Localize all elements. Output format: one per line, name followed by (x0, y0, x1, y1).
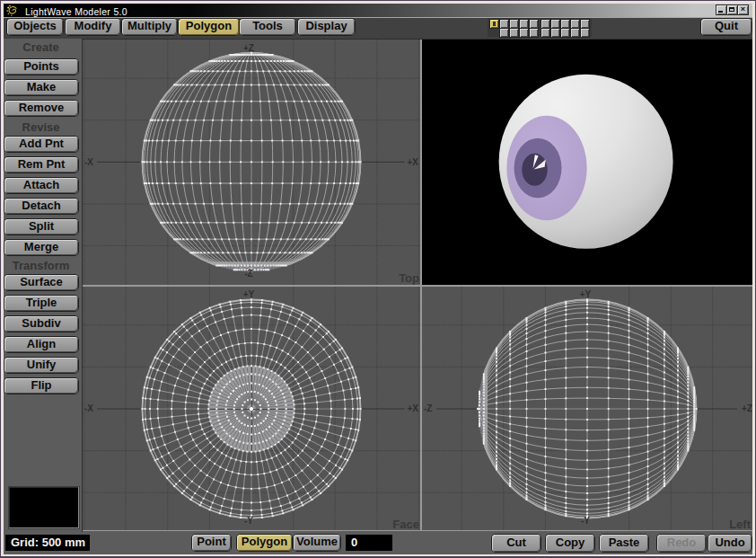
svg-text:+Z: +Z (742, 403, 752, 413)
svg-text:+Y: +Y (243, 289, 255, 299)
svg-text:-Z: -Z (424, 403, 432, 413)
svg-text:+X: +X (407, 157, 418, 167)
svg-text:+Z: +Z (243, 43, 254, 53)
svg-text:Top: Top (399, 271, 419, 285)
svg-text:-X: -X (84, 157, 93, 167)
svg-text:-Y: -Y (244, 516, 253, 526)
svg-text:-X: -X (84, 403, 93, 413)
svg-text:+X: +X (407, 403, 418, 413)
svg-text:+Y: +Y (580, 289, 592, 299)
svg-text:-Y: -Y (581, 516, 590, 526)
svg-text:-Z: -Z (244, 269, 252, 279)
